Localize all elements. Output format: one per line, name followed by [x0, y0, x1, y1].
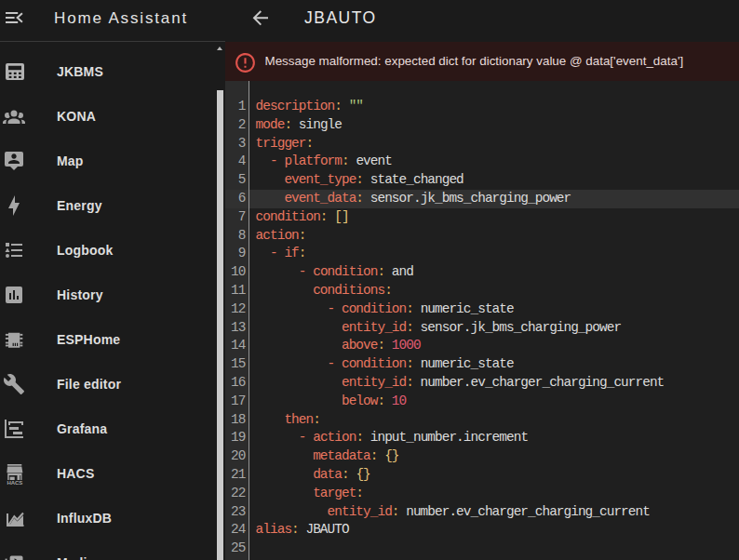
svg-text:HACS: HACS [7, 480, 23, 486]
